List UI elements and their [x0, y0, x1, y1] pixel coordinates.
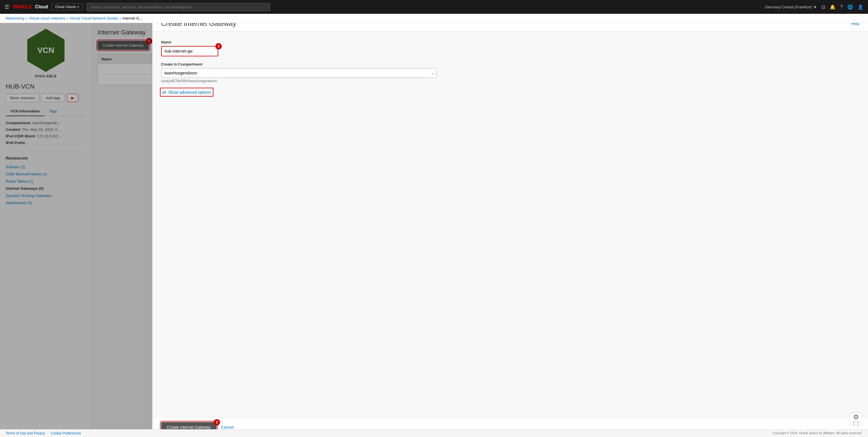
- breadcrumb-networking[interactable]: Networking: [6, 16, 24, 21]
- region-selector[interactable]: Germany Central (Frankfurt) ▼: [765, 5, 817, 9]
- console-icon[interactable]: ⊡: [822, 4, 825, 10]
- breadcrumb: Networking » Virtual cloud networks » Vi…: [0, 14, 868, 23]
- compartment-select-wrapper: IwanHoogendoorn: [161, 68, 437, 78]
- terms-link[interactable]: Terms of Use and Privacy: [6, 431, 45, 435]
- advanced-toggle-label: Show advanced options: [168, 90, 211, 95]
- name-form-group: Name 2: [161, 40, 859, 56]
- compartment-form-label: Create In Compartment: [161, 62, 859, 66]
- cookies-link[interactable]: Cookie Preferences: [51, 431, 81, 435]
- support-grid-icon: ⋮⋮: [852, 420, 860, 425]
- breadcrumb-current: Internet G...: [123, 16, 143, 21]
- step2-badge: 2: [215, 43, 222, 50]
- name-label: Name: [161, 40, 859, 44]
- globe-icon[interactable]: 🌐: [847, 4, 853, 10]
- breadcrumb-vcn-details[interactable]: Virtual Cloud Network Details: [69, 16, 118, 21]
- oracle-logo: ORACLE Cloud: [13, 4, 48, 9]
- modal-panel: Create Internet Gateway Help Name 2 Crea…: [152, 14, 868, 437]
- search-input[interactable]: [87, 3, 270, 11]
- modal-body: Name 2 Create In Compartment IwanHoogend…: [153, 31, 868, 417]
- show-advanced-options-toggle[interactable]: ⇄ Show advanced options: [161, 89, 212, 95]
- breadcrumb-sep3: »: [119, 16, 121, 21]
- support-icon: ⊙: [854, 413, 859, 420]
- step3-badge: 3: [214, 419, 220, 426]
- region-label: Germany Central (Frankfurt): [765, 5, 812, 9]
- compartment-form-group: Create In Compartment IwanHoogendoorn (r…: [161, 62, 859, 83]
- breadcrumb-sep2: »: [66, 16, 68, 21]
- cloud-classic-button[interactable]: Cloud Classic >: [52, 3, 83, 10]
- support-widget[interactable]: ⊙ ⋮⋮: [849, 413, 862, 426]
- nav-right: Germany Central (Frankfurt) ▼ ⊡ 🔔 ? 🌐 👤: [765, 4, 863, 10]
- breadcrumb-sep1: »: [26, 16, 28, 21]
- user-icon[interactable]: 👤: [858, 4, 863, 10]
- compartment-hint: (root)/NETWORK/IwanHoogendoorn: [161, 79, 859, 83]
- hamburger-icon[interactable]: ☰: [5, 4, 9, 10]
- sliders-icon: ⇄: [162, 89, 166, 95]
- name-input[interactable]: [161, 46, 218, 56]
- region-chevron-icon: ▼: [813, 5, 817, 9]
- help-icon[interactable]: ?: [840, 4, 843, 9]
- top-navigation: ☰ ORACLE Cloud Cloud Classic > Germany C…: [0, 0, 868, 14]
- footer-bar: Terms of Use and Privacy Cookie Preferen…: [0, 429, 868, 437]
- compartment-select[interactable]: IwanHoogendoorn: [161, 68, 437, 78]
- copyright-text: Copyright © 2024, Oracle and/or its affi…: [773, 429, 862, 437]
- bell-icon[interactable]: 🔔: [830, 4, 836, 10]
- breadcrumb-vcns[interactable]: Virtual cloud networks: [29, 16, 65, 21]
